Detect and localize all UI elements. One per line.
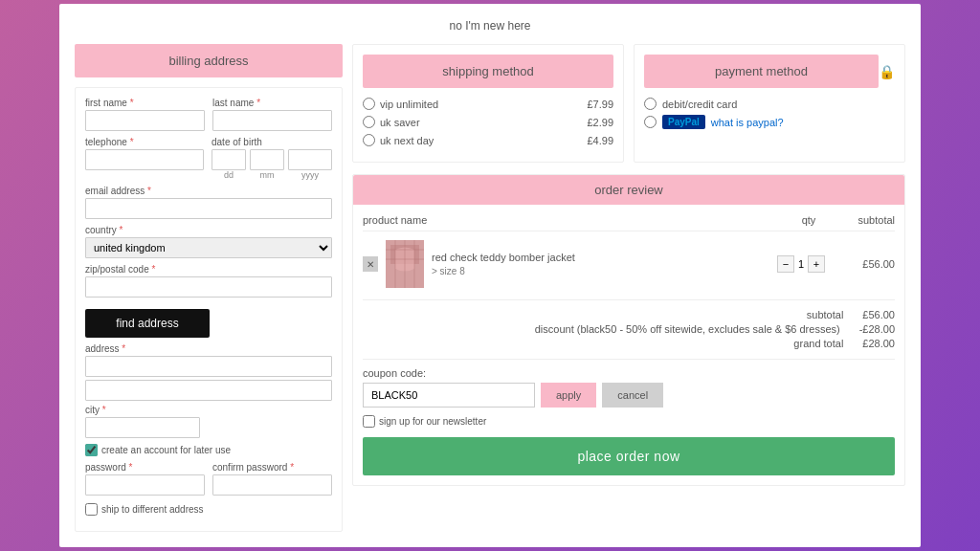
dob-group: date of birth dd mm yyyy <box>212 137 332 180</box>
coupon-section: coupon code: apply cancel <box>363 359 895 408</box>
totals-section: subtotal £56.00 discount (black50 - 50% … <box>363 299 895 349</box>
city-label: city * <box>85 405 332 415</box>
apply-button[interactable]: apply <box>541 383 596 408</box>
password-group: password * <box>85 462 205 496</box>
product-info: red check teddy bomber jacket > size 8 <box>432 252 765 276</box>
ship-different-label: ship to different address <box>101 504 204 515</box>
dob-dd-input[interactable] <box>212 149 246 170</box>
telephone-group: telephone * <box>85 137 204 180</box>
top-message: no I'm new here <box>75 19 905 33</box>
debit-label: debit/credit card <box>662 99 737 110</box>
last-name-group: last name * <box>212 98 332 131</box>
ship-different-checkbox[interactable] <box>85 503 98 516</box>
confirm-password-input[interactable] <box>212 474 332 496</box>
order-review-section: order review product name qty subtotal ✕ <box>352 174 905 486</box>
paypal-link[interactable]: what is paypal? <box>711 117 784 128</box>
col-qty: qty <box>780 214 837 226</box>
email-group: email address * <box>85 186 332 219</box>
country-label: country * <box>85 225 332 235</box>
shipping-saver-label: uk saver <box>380 117 420 128</box>
product-size: > size 8 <box>432 266 765 276</box>
shipping-panel: shipping method vip unlimited £7.99 <box>352 44 624 163</box>
dob-dd-label: dd <box>212 170 246 180</box>
product-image <box>386 240 424 288</box>
email-label: email address * <box>85 186 332 196</box>
grand-total-value: £28.00 <box>862 338 895 349</box>
shipping-nextday-price: £4.99 <box>587 135 613 146</box>
subtotal-label: subtotal <box>807 309 844 320</box>
first-name-group: first name * <box>85 98 205 131</box>
shipping-vip-price: £7.99 <box>587 99 613 110</box>
password-input[interactable] <box>85 474 205 496</box>
order-table-header: product name qty subtotal <box>363 214 895 231</box>
newsletter-label: sign up for our newsletter <box>379 416 486 427</box>
dob-yyyy-input[interactable] <box>288 149 332 170</box>
confirm-password-group: confirm password * <box>212 462 332 496</box>
cancel-button[interactable]: cancel <box>602 383 663 408</box>
debit-option: debit/credit card <box>644 98 895 110</box>
country-select[interactable]: united kingdom <box>85 237 332 258</box>
confirm-password-label: confirm password * <box>212 462 332 473</box>
main-container: no I'm new here billing address first na… <box>59 4 921 547</box>
address-group: address * <box>85 343 332 401</box>
billing-section: first name * last name * telephone * dat… <box>75 87 343 532</box>
qty-value: 1 <box>798 258 804 270</box>
shipping-radio-nextday[interactable] <box>363 134 375 146</box>
shipping-header: shipping method <box>363 55 613 88</box>
right-column: shipping method vip unlimited £7.99 <box>352 44 905 486</box>
dob-mm-label: mm <box>250 170 284 180</box>
shipping-options: vip unlimited £7.99 uk saver £2.99 <box>363 98 613 146</box>
address-label: address * <box>85 343 332 354</box>
shipping-option-vip: vip unlimited £7.99 <box>363 98 613 110</box>
payment-header: payment method <box>644 55 879 88</box>
order-review-header: order review <box>353 175 904 205</box>
lock-icon: 🔒 <box>879 64 895 79</box>
first-name-label: first name * <box>85 98 205 108</box>
shipping-radio-saver[interactable] <box>363 116 375 128</box>
zip-label: zip/postal code * <box>85 264 332 275</box>
coupon-input[interactable] <box>363 383 535 408</box>
first-name-input[interactable] <box>85 110 205 131</box>
city-input[interactable] <box>85 417 200 438</box>
billing-header: billing address <box>75 44 343 77</box>
telephone-label: telephone * <box>85 137 204 147</box>
email-input[interactable] <box>85 198 332 219</box>
order-item-row: ✕ <box>363 236 895 292</box>
create-account-row: create an account for later use <box>85 444 332 456</box>
qty-increase-button[interactable]: + <box>808 255 825 273</box>
last-name-input[interactable] <box>212 110 332 131</box>
shipping-option-nextday: uk next day £4.99 <box>363 134 613 146</box>
city-group: city * <box>85 405 332 438</box>
paypal-badge: PayPal <box>662 115 705 129</box>
col-subtotal: subtotal <box>837 214 895 226</box>
find-address-button[interactable]: find address <box>85 309 210 338</box>
billing-column: billing address first name * last name *… <box>75 44 343 532</box>
place-order-button[interactable]: place order now <box>363 437 895 475</box>
country-group: country * united kingdom <box>85 225 332 258</box>
debit-radio[interactable] <box>644 98 657 110</box>
payment-panel: payment method 🔒 debit/credit card PayPa… <box>634 44 905 163</box>
qty-decrease-button[interactable]: − <box>777 255 794 273</box>
coupon-label: coupon code: <box>363 367 895 379</box>
create-account-label: create an account for later use <box>101 445 231 455</box>
address-line2-input[interactable] <box>85 380 332 401</box>
create-account-checkbox[interactable] <box>85 444 98 456</box>
dob-mm-input[interactable] <box>250 149 284 170</box>
shipping-vip-label: vip unlimited <box>380 99 438 110</box>
shipping-radio-vip[interactable] <box>363 98 375 110</box>
address-line1-input[interactable] <box>85 356 332 377</box>
password-label: password * <box>85 462 205 473</box>
zip-group: zip/postal code * <box>85 264 332 298</box>
shipping-saver-price: £2.99 <box>587 117 613 128</box>
dob-yyyy-label: yyyy <box>288 170 332 180</box>
item-subtotal: £56.00 <box>837 258 895 270</box>
zip-input[interactable] <box>85 276 332 298</box>
grand-total-label: grand total <box>793 338 843 349</box>
remove-item-button[interactable]: ✕ <box>363 256 378 272</box>
paypal-radio[interactable] <box>644 116 657 128</box>
telephone-input[interactable] <box>85 149 204 170</box>
paypal-option: PayPal what is paypal? <box>644 115 895 129</box>
newsletter-checkbox[interactable] <box>363 415 375 428</box>
last-name-label: last name * <box>212 98 332 108</box>
product-name: red check teddy bomber jacket <box>432 252 765 263</box>
